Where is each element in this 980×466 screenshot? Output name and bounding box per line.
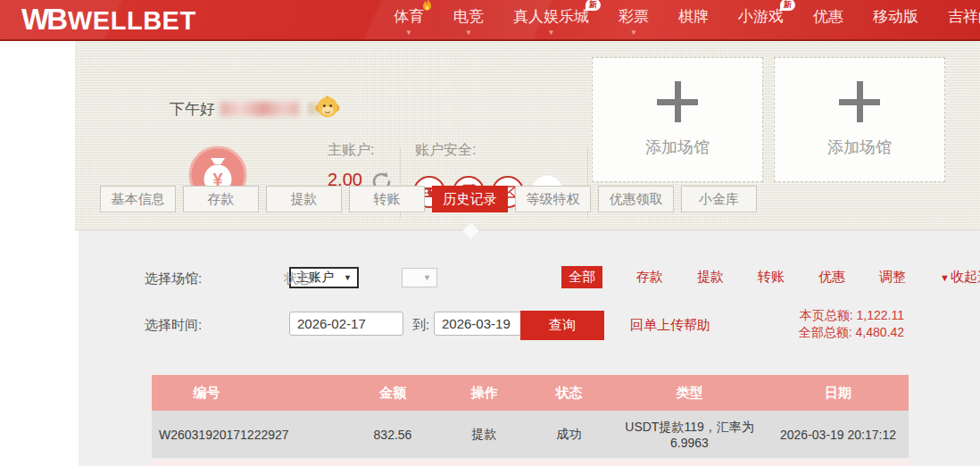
- table-row: W26031920171222927 832.56 提款 成功 USDT提款11…: [152, 411, 909, 458]
- col-header-date: 日期: [768, 375, 909, 411]
- nav-item-mobile[interactable]: 移动版: [873, 0, 918, 27]
- to-label: 到:: [412, 317, 429, 334]
- main-nav: 体育 ▼ 电竞 ▼ 新 真人娱乐城 ▼ 彩票 ▼ 棋牌 新 小游戏 优惠 移动版…: [394, 0, 980, 39]
- new-badge: 新: [586, 0, 601, 11]
- site-logo[interactable]: WBWELLBET: [21, 3, 196, 37]
- all-total: 全部总额: 4,480.42: [750, 324, 904, 341]
- category-adjust[interactable]: 调整: [879, 269, 906, 286]
- triangle-down-icon: ▼: [940, 272, 950, 283]
- status-select[interactable]: ▼: [402, 268, 437, 287]
- tab-basic-info[interactable]: 基本信息: [100, 186, 176, 212]
- top-navbar: WBWELLBET 体育 ▼ 电竞 ▼ 新 真人娱乐城 ▼ 彩票 ▼ 棋牌 新 …: [0, 0, 980, 41]
- add-venue-card[interactable]: 添加场馆: [592, 57, 763, 182]
- col-header-id: 编号: [152, 375, 344, 411]
- date-from-input[interactable]: 2026-02-17: [289, 312, 403, 336]
- account-security-label: 账户安全:: [415, 141, 476, 160]
- cell-status: 成功: [527, 411, 611, 458]
- main-account-label: 主账户:: [328, 141, 374, 160]
- nav-item-mini-games[interactable]: 新 小游戏: [738, 0, 784, 27]
- category-withdraw[interactable]: 提款: [697, 269, 724, 286]
- plus-icon: [839, 81, 880, 122]
- nav-item-jixiang[interactable]: 吉祥的: [948, 0, 980, 27]
- tab-vip-privileges[interactable]: 等级特权: [515, 186, 591, 212]
- tab-vault[interactable]: 小金库: [681, 186, 757, 212]
- collapse-options-link[interactable]: ▼收起选项: [940, 269, 980, 286]
- table-header: 编号 金额 操作 状态 类型 日期: [152, 375, 909, 411]
- cell-amount: 832.56: [344, 411, 442, 458]
- new-badge: 新: [780, 0, 795, 11]
- tab-transfer[interactable]: 转账: [349, 186, 425, 212]
- plus-icon: [657, 81, 698, 122]
- history-table: 编号 金额 操作 状态 类型 日期 W26031920171222927 832…: [152, 375, 909, 458]
- add-venue-label: 添加场馆: [593, 137, 762, 158]
- chevron-down-icon: ▼: [344, 273, 352, 282]
- receipt-upload-help-link[interactable]: 回单上传帮助: [630, 317, 710, 334]
- venue-select-label: 选择场馆:: [145, 270, 202, 287]
- monkey-avatar: [315, 95, 340, 120]
- nav-item-sports[interactable]: 体育 ▼: [394, 0, 424, 37]
- greeting: 下午好: [170, 96, 340, 121]
- tab-withdraw[interactable]: 提款: [266, 186, 342, 212]
- cell-operation: 提款: [442, 411, 527, 458]
- nav-item-board-games[interactable]: 棋牌: [678, 0, 709, 27]
- nav-item-lottery[interactable]: 彩票 ▼: [619, 0, 649, 37]
- nav-item-promotions[interactable]: 优惠: [813, 0, 843, 27]
- cell-type: USDT提款119，汇率为 6.9963: [611, 411, 768, 458]
- blurred-username: [220, 102, 299, 116]
- flame-icon: [421, 0, 433, 12]
- tab-history[interactable]: 历史记录: [432, 186, 508, 212]
- time-range-label: 选择时间:: [145, 317, 202, 334]
- category-all[interactable]: 全部: [561, 266, 602, 288]
- tab-promo-claim[interactable]: 优惠领取: [598, 186, 674, 212]
- col-header-type: 类型: [611, 375, 768, 411]
- add-venue-card[interactable]: 添加场馆: [774, 57, 945, 182]
- status-select-label: 状态:: [284, 270, 314, 287]
- tab-deposit[interactable]: 存款: [183, 186, 259, 212]
- col-header-status: 状态: [527, 375, 611, 411]
- logo-text: WELLBET: [68, 6, 196, 35]
- nav-item-esports[interactable]: 电竞 ▼: [453, 0, 484, 37]
- nav-item-live-casino[interactable]: 新 真人娱乐城 ▼: [513, 0, 589, 37]
- page-total: 本页总额: 1,122.11: [750, 307, 904, 324]
- chevron-down-icon: ▼: [453, 29, 484, 37]
- chevron-down-icon: ▼: [513, 29, 589, 37]
- cell-id: W26031920171222927: [152, 411, 344, 458]
- history-section: 选择场馆: 主账户 ▼ 状态: ▼ 全部 存款 提款 转账 优惠 调整 ▼收起选…: [79, 230, 980, 466]
- search-button[interactable]: 查询: [520, 311, 604, 340]
- account-tabs: 基本信息 存款 提款 转账 历史记录 等级特权 优惠领取 小金库: [100, 186, 757, 212]
- category-promo[interactable]: 优惠: [818, 269, 845, 286]
- logo-mark: WB: [21, 3, 65, 36]
- col-header-amount: 金额: [344, 375, 442, 411]
- category-transfer[interactable]: 转账: [758, 269, 785, 286]
- cell-date: 2026-03-19 20:17:12: [768, 411, 909, 458]
- category-deposit[interactable]: 存款: [636, 269, 663, 286]
- chevron-down-icon: ▼: [619, 29, 649, 37]
- add-venue-label: 添加场馆: [775, 137, 944, 158]
- totals: 本页总额: 1,122.11 全部总额: 4,480.42: [750, 307, 904, 341]
- next-row-strip: [152, 460, 909, 466]
- chevron-down-icon: ▼: [423, 273, 431, 282]
- col-header-operation: 操作: [442, 375, 527, 411]
- category-filter: 全部 存款 提款 转账 优惠 调整 ▼收起选项: [561, 266, 980, 288]
- chevron-down-icon: ▼: [394, 29, 424, 37]
